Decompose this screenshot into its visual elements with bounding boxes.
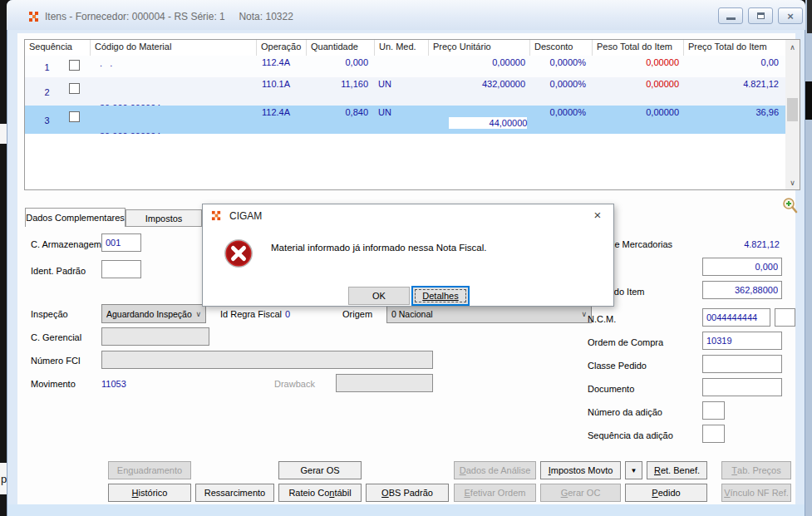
table-row[interactable]: 1 . . 112.4A 0,000 0,00000 0,0000% 0,000…: [25, 56, 785, 77]
cell-un-med: [375, 56, 429, 77]
row-sequence: 1: [25, 62, 69, 72]
ident-padrao-input[interactable]: [101, 260, 141, 278]
cell-quantidade: 0,840: [307, 106, 375, 134]
c-armazenagem-input[interactable]: [101, 233, 141, 252]
ret-benef-button[interactable]: Ret. Benef.: [647, 461, 707, 479]
label-documento: Documento: [588, 384, 634, 394]
cell-quantidade: 0,000: [307, 56, 375, 77]
documento-input[interactable]: [702, 378, 782, 396]
error-icon: [224, 238, 253, 268]
header-un-med[interactable]: Un. Med.: [375, 40, 429, 56]
background-notch: p: [0, 463, 7, 494]
origem-select[interactable]: 0 Nacional∨: [386, 304, 592, 323]
cell-preco-unitario-editing[interactable]: 44,00000: [429, 106, 530, 134]
obs-padrao-button[interactable]: OBS Padrão: [366, 484, 449, 502]
scroll-up-arrow[interactable]: ∧: [785, 40, 800, 54]
restore-button[interactable]: [748, 7, 773, 24]
table-row[interactable]: 2 30.000.000004COMPONENTE (004) 110.1A 1…: [25, 77, 785, 106]
window-bottom-strip: [7, 504, 805, 516]
cell-desconto: 0,0000%: [530, 106, 593, 134]
ncm-input[interactable]: [702, 308, 770, 327]
cell-codigo: 30.000.000004COMPONENTE (004): [91, 106, 257, 134]
header-desconto[interactable]: Desconto: [530, 40, 593, 56]
row-sequence: 2: [25, 87, 69, 97]
numero-fci-input: [101, 351, 433, 369]
cell-quantidade: 11,160: [307, 77, 375, 106]
table-header-row: Sequência Código do Material Operação Qu…: [25, 40, 785, 56]
minimize-icon: [726, 17, 736, 20]
minimize-button[interactable]: [718, 7, 743, 24]
tab-dados-complementares[interactable]: Dados Complementares: [25, 208, 125, 227]
background-left-strip: [0, 0, 7, 516]
numero-adicao-input[interactable]: [702, 401, 725, 420]
label-classe-pedido: Classe Pedido: [588, 361, 647, 371]
sequencia-adicao-input[interactable]: [702, 425, 725, 443]
row-checkbox[interactable]: [69, 60, 80, 71]
drawback-input: [336, 374, 433, 392]
enquadramento-button: Enquadramento: [108, 461, 191, 479]
classe-pedido-input[interactable]: [702, 355, 782, 373]
ordem-compra-input[interactable]: [702, 332, 782, 350]
vinculo-nf-ref-button: Vínculo NF Ref.: [721, 484, 791, 502]
header-peso-total[interactable]: Peso Total do Item: [593, 40, 684, 56]
custo-item-input[interactable]: [702, 281, 782, 299]
cell-peso-total: 0,00000: [593, 56, 684, 77]
header-preco-total[interactable]: Preço Total do Item: [684, 40, 785, 56]
ok-button[interactable]: OK: [348, 287, 410, 305]
cell-codigo: 30.000.000004COMPONENTE (004): [91, 77, 257, 106]
zoom-magnifier-icon[interactable]: [782, 197, 798, 214]
label-numero-fci: Número FCI: [31, 356, 81, 366]
pecas-input[interactable]: [702, 258, 782, 276]
cigam-app-icon: [211, 210, 222, 221]
header-preco-unitario[interactable]: Preço Unitário: [429, 40, 530, 56]
cell-operacao: 112.4A: [257, 106, 307, 134]
window-title: Itens - Fornecedor: 000004 - RS Série: 1…: [45, 11, 293, 22]
table-row-selected[interactable]: 3 30.000.000004COMPONENTE (004) 112.4A 0…: [25, 106, 785, 134]
close-button[interactable]: ×: [778, 7, 803, 24]
pedido-button[interactable]: Pedido: [625, 484, 707, 502]
table-scrollbar[interactable]: ∧ ∨: [785, 40, 800, 189]
ncm-extra-input[interactable]: [775, 308, 795, 327]
cell-preco-total: 4.821,12: [684, 77, 785, 106]
dialog-titlebar[interactable]: CIGAM ×: [203, 204, 613, 228]
label-ncm: N.C.M.: [588, 314, 616, 324]
rateio-contabil-button[interactable]: Rateio Contábil: [278, 484, 362, 502]
tab-impostos[interactable]: Impostos: [125, 209, 202, 227]
label-drawback: Drawback: [274, 379, 315, 389]
movimento-value: 11053: [101, 379, 126, 389]
row-checkbox[interactable]: [69, 83, 80, 94]
label-movimento: Movimento: [31, 379, 76, 389]
cigam-error-dialog: CIGAM × Material informado já informado …: [202, 204, 614, 307]
row-sequence: 3: [25, 115, 69, 125]
background-dark-corner: [807, 0, 812, 33]
label-ident-padrao: Ident. Padrão: [31, 266, 86, 276]
ressarcimento-button[interactable]: Ressarcimento: [195, 484, 274, 502]
cell-peso-total: 0,00000: [593, 77, 684, 106]
scrollbar-thumb[interactable]: [787, 98, 798, 121]
impostos-movto-dropdown-button[interactable]: ▼: [625, 461, 642, 479]
detalhes-button[interactable]: Detalhes: [411, 286, 470, 306]
header-quantidade[interactable]: Quantidade: [307, 40, 375, 56]
header-sequencia[interactable]: Sequência: [25, 40, 91, 56]
impostos-movto-button[interactable]: Impostos Movto: [540, 461, 621, 479]
cell-peso-total: 0,00000: [593, 106, 684, 134]
dialog-close-icon[interactable]: ×: [587, 206, 608, 223]
header-codigo-material[interactable]: Código do Material: [91, 40, 257, 56]
label-numero-adicao: Número da adição: [588, 407, 662, 417]
tab-precos-button: Tab. Preços: [721, 461, 791, 479]
cell-un-med: UN: [375, 106, 429, 134]
gerar-os-button[interactable]: Gerar OS: [278, 461, 362, 479]
c-gerencial-input: [101, 327, 209, 346]
label-ordem-compra: Ordem de Compra: [588, 337, 663, 347]
background-black-box: [805, 81, 812, 120]
background-notch: [0, 124, 7, 144]
historico-button[interactable]: Histórico: [108, 484, 191, 502]
efetivar-ordem-button: Efetivar Ordem: [454, 484, 536, 502]
header-operacao[interactable]: Operação: [257, 40, 307, 56]
scroll-down-arrow[interactable]: ∨: [785, 175, 800, 189]
row-checkbox[interactable]: [69, 111, 80, 122]
screen: p Itens - Fornecedor: 000004 - RS Série:…: [0, 0, 812, 516]
cell-operacao: 112.4A: [257, 56, 307, 77]
inspecao-select[interactable]: Aguardando Inspeção∨: [101, 304, 206, 323]
cell-preco-total: 36,96: [684, 106, 785, 134]
